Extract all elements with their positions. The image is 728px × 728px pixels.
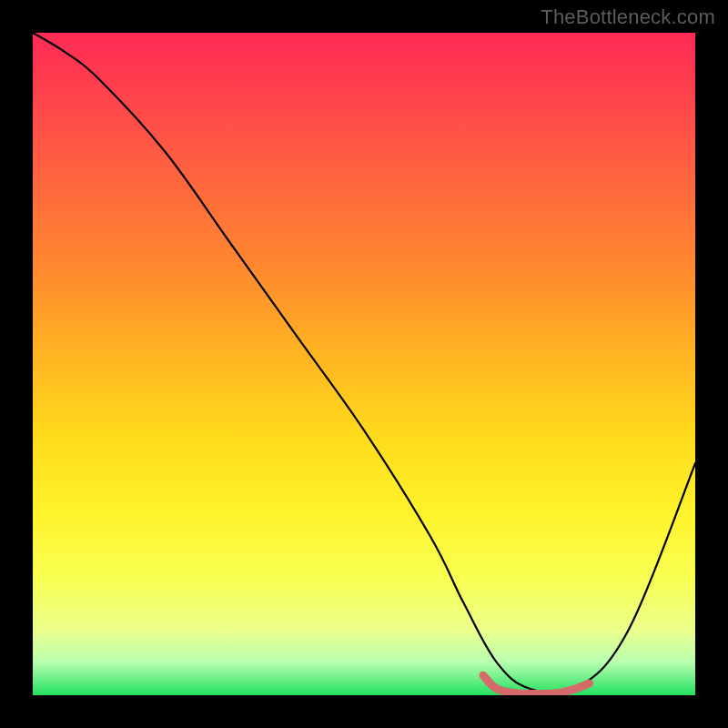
optimal-segment-path xyxy=(483,675,590,693)
chart-frame: TheBottleneck.com xyxy=(0,0,728,728)
bottleneck-curve-path xyxy=(33,33,695,694)
optimal-segment xyxy=(483,675,590,693)
main-curve xyxy=(33,33,695,694)
plot-area xyxy=(33,33,695,695)
watermark-text: TheBottleneck.com xyxy=(541,5,715,29)
chart-svg xyxy=(33,33,695,695)
